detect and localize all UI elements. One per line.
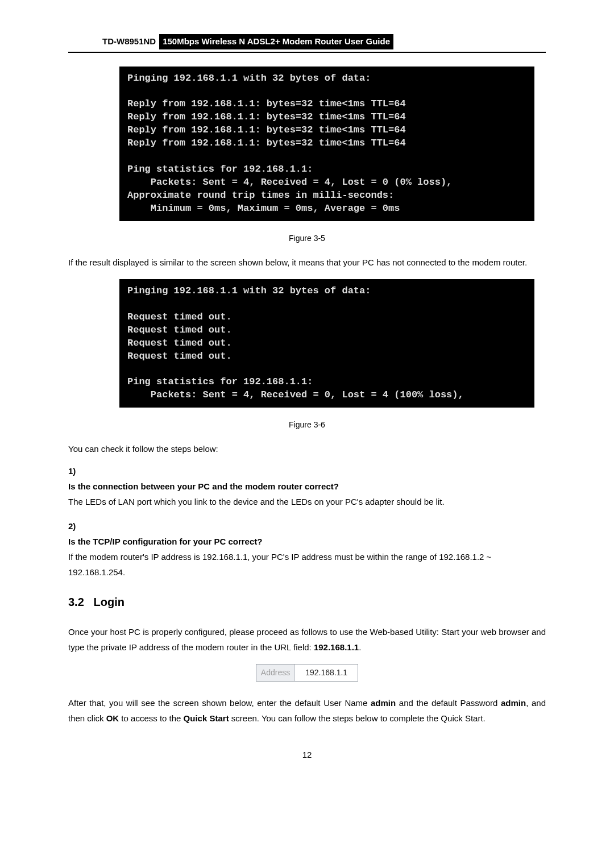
section-number: 3.2 <box>68 596 84 608</box>
bold-admin: admin <box>501 698 526 708</box>
text-run: screen. You can follow the steps below t… <box>229 713 486 723</box>
step-number: 2) <box>68 518 84 534</box>
text-run: and the default Password <box>396 698 501 708</box>
paragraph-not-connected: If the result displayed is similar to th… <box>68 255 546 270</box>
paragraph-login-intro: Once your host PC is properly configured… <box>68 624 546 655</box>
section-heading-login: 3.2 Login <box>68 593 546 610</box>
troubleshoot-steps: 1) Is the connection between your PC and… <box>68 463 546 580</box>
address-bar-value: 192.168.1.1 <box>295 665 358 681</box>
header-bar: TD-W8951ND150Mbps Wireless N ADSL2+ Mode… <box>68 34 546 53</box>
step-number: 1) <box>68 463 84 479</box>
header-title: 150Mbps Wireless N ADSL2+ Modem Router U… <box>159 34 393 49</box>
paragraph-check-steps: You can check it follow the steps below: <box>68 441 546 456</box>
text-run: Once your host PC is properly configured… <box>68 627 546 652</box>
step-question: Is the TCP/IP configuration for your PC … <box>68 537 262 546</box>
bold-ok: OK <box>106 713 119 723</box>
paragraph-credentials: After that, you will see the screen show… <box>68 695 546 726</box>
address-bar-label: Address <box>256 665 295 681</box>
bold-admin: admin <box>371 698 396 708</box>
step-answer: The LEDs of LAN port which you link to t… <box>68 497 445 506</box>
step-item: 2) Is the TCP/IP configuration for your … <box>68 518 546 580</box>
page-number: 12 <box>68 749 546 762</box>
section-title: Login <box>93 596 124 608</box>
header-model: TD-W8951ND <box>102 35 159 48</box>
address-bar: Address 192.168.1.1 <box>256 664 358 682</box>
ip-address-bold: 192.168.1.1 <box>314 642 359 652</box>
step-answer: If the modem router's IP address is 192.… <box>68 552 491 577</box>
console-output-timeout: Pinging 192.168.1.1 with 32 bytes of dat… <box>119 279 534 408</box>
step-item: 1) Is the connection between your PC and… <box>68 463 546 509</box>
figure-caption-3-6: Figure 3-6 <box>68 419 546 431</box>
bold-quick-start: Quick Start <box>184 713 229 723</box>
text-run: After that, you will see the screen show… <box>68 698 371 708</box>
text-run: . <box>359 642 361 652</box>
address-bar-figure: Address 192.168.1.1 <box>68 664 546 682</box>
text-run: to access to the <box>119 713 183 723</box>
console-output-success: Pinging 192.168.1.1 with 32 bytes of dat… <box>119 67 534 221</box>
step-question: Is the connection between your PC and th… <box>68 481 339 491</box>
figure-caption-3-5: Figure 3-5 <box>68 232 546 244</box>
